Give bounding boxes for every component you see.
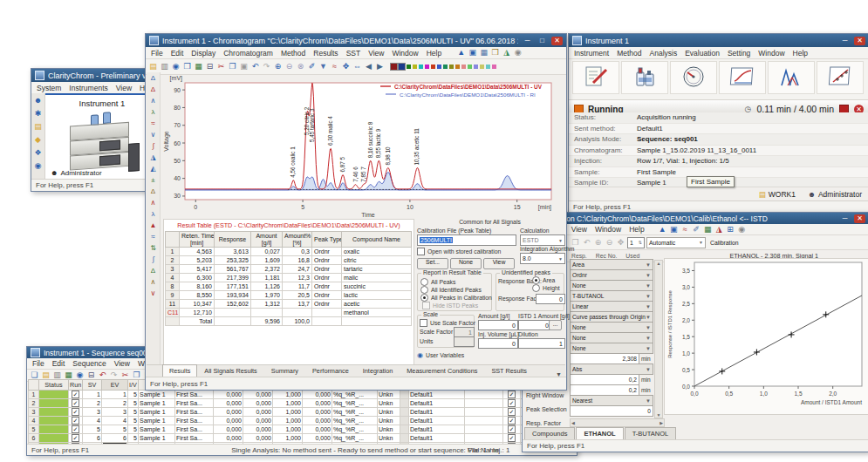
data-acquisition-button[interactable]: [719, 61, 766, 94]
calib-column-header[interactable]: Resp.: [571, 253, 587, 259]
compound-field-3[interactable]: T-BUTANOL▼: [570, 291, 653, 301]
peak-start-icon[interactable]: ◮: [150, 153, 155, 161]
result-column-header[interactable]: Reten. Time[min]: [180, 232, 215, 248]
close-icon[interactable]: ✕: [854, 37, 865, 45]
response-factor-input[interactable]: 0: [536, 294, 565, 304]
menu-sequence[interactable]: Sequence: [72, 359, 106, 368]
zoom-in-icon[interactable]: ⊕: [593, 238, 603, 248]
chart-icon[interactable]: ◮: [714, 225, 724, 234]
valley-tool-icon[interactable]: ∨: [151, 131, 156, 139]
menu-method[interactable]: Method: [617, 49, 641, 58]
peaks-icon[interactable]: ≈: [330, 62, 339, 71]
axes-tool-icon[interactable]: ∧: [151, 97, 156, 105]
signal-color-swatch[interactable]: [399, 64, 405, 70]
settings-icon[interactable]: ◉: [737, 225, 747, 234]
run-checkbox[interactable]: ✓: [72, 417, 79, 425]
negative-tool-icon[interactable]: ∧: [151, 199, 156, 207]
chromatogram-titlebar[interactable]: Instrument 1 - Chromatogram "C:\ClarityC…: [146, 34, 566, 47]
table-row[interactable]: 14,5633,6130,0270,3Ordnroxalic: [166, 248, 412, 256]
info-icon[interactable]: ◉: [33, 161, 43, 171]
maximize-icon[interactable]: □: [537, 37, 548, 45]
menu-instruments[interactable]: Instruments: [69, 84, 107, 92]
compound-field-4[interactable]: Linear▼: [570, 302, 653, 311]
integrate-tool-icon[interactable]: ∫: [152, 142, 154, 150]
compound-field-14[interactable]: 0: [570, 406, 653, 416]
istd-more-button[interactable]: ...: [549, 320, 562, 330]
calculation-select[interactable]: ESTD▼: [520, 234, 565, 246]
navigator-icon[interactable]: ▲: [456, 48, 466, 58]
run-checkbox[interactable]: ✓: [72, 434, 79, 442]
menu-view[interactable]: View: [368, 49, 384, 58]
zoom-in-icon[interactable]: ⊕: [273, 62, 283, 71]
report-checkbox[interactable]: ✓: [508, 391, 516, 398]
split-tool-icon[interactable]: ±: [151, 176, 154, 184]
tab-compounds[interactable]: Compounds: [524, 427, 575, 439]
view-button[interactable]: View: [483, 258, 515, 269]
calibration-titlebar[interactable]: Calibration C:\ClarityChrom\DataFiles\DE…: [523, 213, 868, 224]
signal-color-swatch[interactable]: [425, 65, 429, 69]
report-radio-0[interactable]: All Peaks: [420, 278, 492, 286]
menu-edit[interactable]: Edit: [171, 49, 184, 58]
tab-performance[interactable]: Performance: [305, 364, 356, 377]
run-checkbox[interactable]: ✓: [72, 408, 79, 416]
sequence-column-header[interactable]: I/V: [128, 380, 139, 391]
table-row[interactable]: C1112,710methanol: [166, 309, 412, 317]
prev-icon[interactable]: ◀: [364, 62, 373, 71]
signal-color-swatch[interactable]: [391, 64, 397, 70]
run-checkbox[interactable]: ✓: [72, 391, 79, 398]
pin-tool-icon[interactable]: ✐: [307, 62, 317, 71]
save-icon[interactable]: ▥: [160, 62, 169, 71]
none-button[interactable]: None: [450, 258, 482, 269]
notes-icon[interactable]: ❒: [490, 48, 500, 58]
minimize-icon[interactable]: ─: [522, 37, 533, 45]
menu-display[interactable]: Display: [191, 49, 215, 58]
signal-color-swatch[interactable]: [437, 65, 441, 69]
result-column-header[interactable]: Compound Name: [342, 232, 412, 248]
signal-color-swatch[interactable]: [486, 65, 490, 69]
result-column-header[interactable]: Amount[g/l]: [251, 232, 283, 248]
result-table[interactable]: Reten. Time[min]ResponseAmount[g/l]Amoun…: [165, 231, 412, 326]
export-icon[interactable]: ⊞: [726, 225, 735, 234]
overlay-tool-icon[interactable]: Δ: [151, 74, 155, 82]
view-select[interactable]: Calibration: [707, 237, 762, 248]
dilution-input[interactable]: 1: [518, 338, 565, 349]
menu-file[interactable]: File: [151, 49, 163, 58]
sequence-column-header[interactable]: SV: [83, 380, 102, 391]
table-icon[interactable]: ▦: [194, 62, 203, 71]
result-column-header[interactable]: Response: [215, 232, 251, 248]
folder-icon[interactable]: ▤: [33, 122, 43, 132]
amount-input[interactable]: 0: [478, 320, 518, 330]
settings-icon[interactable]: ◉: [513, 48, 523, 58]
integration-algorithm-select[interactable]: 8.0▼: [520, 253, 565, 264]
compound-field-12[interactable]: 0,2min: [570, 385, 653, 395]
menu-setting[interactable]: Setting: [728, 49, 750, 58]
signal-color-swatch[interactable]: [419, 65, 423, 69]
open-stored-calibration-checkbox[interactable]: Open with stored calibration: [417, 248, 501, 255]
tab-summary[interactable]: Summary: [264, 364, 305, 377]
report-checkbox[interactable]: ✓: [508, 399, 516, 407]
fields-vertical-scrollbar[interactable]: ▲▼: [654, 260, 663, 418]
run-checkbox[interactable]: ✓: [72, 425, 79, 433]
device-monitor-button[interactable]: [670, 61, 717, 94]
signal-color-swatch[interactable]: [474, 65, 478, 69]
menu-instrument[interactable]: Instrument: [574, 49, 609, 58]
baseline-tool-icon[interactable]: ≈: [151, 119, 154, 127]
separate-tool-icon[interactable]: Δ: [151, 85, 155, 93]
calib-column-header[interactable]: Rec No.: [596, 253, 618, 259]
menu-edit[interactable]: Edit: [52, 359, 65, 368]
save-calib-icon[interactable]: ▣: [669, 225, 679, 234]
signal-color-swatch[interactable]: [443, 65, 448, 69]
compound-field-10[interactable]: Abs▼: [570, 364, 653, 374]
calibration-mode-select[interactable]: Automatic▼: [646, 237, 706, 248]
table-row[interactable]: 5✓555Sample 1First Sa...0,0000,0001,0000…: [29, 425, 571, 434]
menu-view[interactable]: View: [571, 225, 587, 234]
table-row[interactable]: 1110,347152,6021,31213,7Ordnracetic: [166, 300, 412, 309]
menu-file[interactable]: File: [32, 359, 44, 368]
band-tool-icon[interactable]: Δ: [151, 187, 155, 195]
report-icon[interactable]: ◉: [171, 62, 181, 71]
table-row[interactable]: 25,203253,3251,60916,8Ordnrcitric: [166, 256, 412, 265]
zoom-out-icon[interactable]: ⊖: [605, 238, 614, 248]
calib-file-input[interactable]: 2506MULTI: [417, 234, 516, 246]
spike-tool-icon[interactable]: ▲: [150, 221, 157, 229]
move-icon[interactable]: ✥: [341, 62, 351, 71]
